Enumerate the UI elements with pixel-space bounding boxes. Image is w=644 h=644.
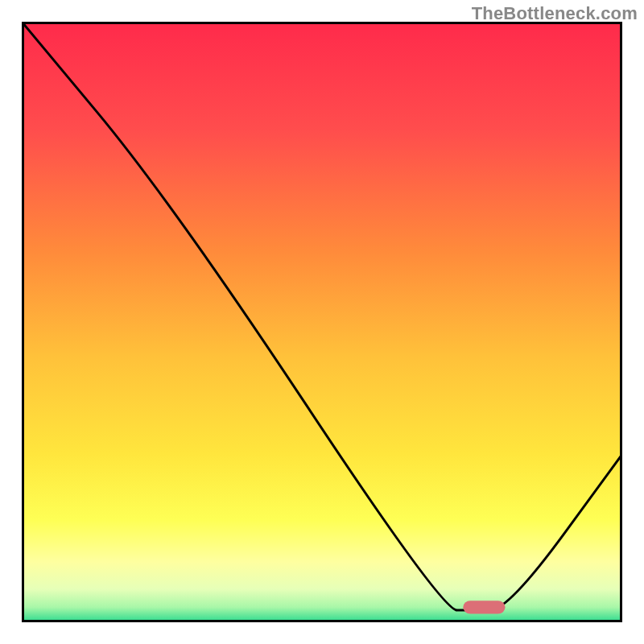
optimal-marker <box>22 22 622 622</box>
plot-area <box>22 22 622 622</box>
watermark-text: TheBottleneck.com <box>472 3 638 24</box>
chart-container: TheBottleneck.com <box>0 0 644 644</box>
svg-rect-1 <box>463 601 505 613</box>
